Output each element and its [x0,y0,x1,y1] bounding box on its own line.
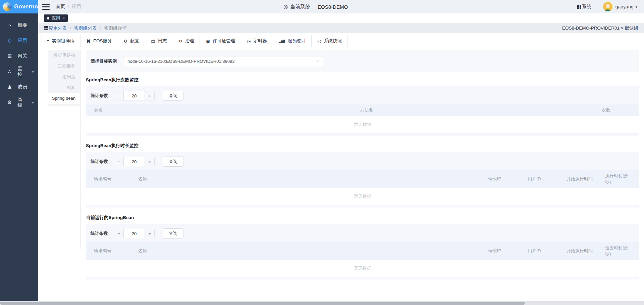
section-divider [140,146,639,146]
sidebar-item-applications[interactable]: ◇ 应用 [0,33,38,48]
count-label: 统计条数 [91,159,108,165]
column-header-request-id: 请求编号 [94,176,138,182]
count-input[interactable] [124,91,145,100]
query-button[interactable]: 查询 [163,228,183,238]
stepper-plus-button[interactable]: + [145,91,154,100]
tab-label: 系统快照 [324,38,342,44]
query-button[interactable]: 查询 [163,157,183,167]
person-icon: ♟ [7,84,13,90]
caret-down-icon: ▾ [635,5,637,9]
column-header-user-id: 用户ID [515,176,554,182]
instance-select-row: 选择目标实例 node-10-16-16-210:EOS8-DEMO-PROVI… [86,50,639,72]
tab-governance[interactable]: ↻ 治理 [173,35,200,47]
user-menu[interactable]: gaoyang ▾ [615,4,637,9]
top-bar: 首页 / 应用 ◎ 当前系统： EOS8-DEMO 系统 gaoyang ▾ [38,0,644,13]
active-dot-icon [47,17,49,19]
section-title-exec-count: SpringBean执行次数监控 [86,77,639,83]
close-icon[interactable]: × [62,16,65,20]
sidebar-item-advanced[interactable]: ⚙ 高级 ∨ [0,95,38,110]
column-header-start-time: 开始执行时间 [554,176,605,182]
monitor-nodes-icon: ∴ [7,69,12,75]
tab-label: 日志 [158,38,167,44]
tag-bar: 应用 × [38,13,644,23]
tab-logs[interactable]: ▤ 日志 [145,35,173,47]
sidebar-item-label: 应用 [18,38,27,44]
current-system[interactable]: ◎ 当前系统： EOS8-DEMO [283,4,348,10]
tag-chip-applications[interactable]: 应用 × [44,14,68,22]
breadcrumb-separator: / [100,26,101,31]
section-exec-count: 统计条数 − + 查询 类名 方法名 次数 暂无数据 [86,86,639,136]
breadcrumb-home[interactable]: 首页 [56,4,65,10]
tab-license-management[interactable]: ▣ 许可证管理 [200,35,241,47]
sidebar-item-members[interactable]: ♟ 成员 [0,79,38,95]
tab-nav: ≡ 实例组详情 ⌘ EOS服务 ⚙ 配置 ▤ 日志 ↻ 治理 ▣ 许可证管理 ◷… [41,35,641,47]
tab-nav-filler [348,35,641,47]
horizontal-scrollbar-track[interactable] [0,301,644,305]
logo-text: Governor [14,3,40,10]
section-divider [135,218,639,218]
gears-icon: ⚙ [7,99,12,105]
stepper-row: 统计条数 − + 查询 [86,86,639,104]
link-instance-group-list[interactable]: 实例组列表 [74,25,97,31]
query-button[interactable]: 查询 [163,91,183,101]
sidebar: Governor ◔ 概要 ◇ 应用 ⊞ 网关 ∴ 监控 ∨ ♟ 成员 ⚙ 高级… [0,0,38,305]
grid-icon [44,26,46,28]
column-header-request-ip: 请求IP [475,176,515,182]
stepper-row: 统计条数 − + 查询 [86,224,639,242]
sidebar-item-gateway[interactable]: ⊞ 网关 [0,48,38,64]
column-header-elapsed-ms: 逝去时长(毫秒) [605,245,631,257]
section-title-text: 当前运行的SpringBean [86,215,134,221]
chevron-down-icon: ∨ [32,101,34,104]
stepper-minus-button[interactable]: − [114,91,124,100]
sidebar-item-overview[interactable]: ◔ 概要 [0,17,38,33]
tab-service-statistics[interactable]: ▂▅▇ 服务统计 [273,35,312,47]
content-area: 数据库链接 EOS服务 逻辑流 SQL Spring bean 选择目标实例 n… [38,47,644,305]
main-area: 首页 / 应用 ◎ 当前系统： EOS8-DEMO 系统 gaoyang ▾ 应… [38,0,644,305]
submenu-item-sql[interactable]: SQL [48,82,80,93]
column-header-duration-ms: 执行时长(毫秒) [605,173,631,185]
count-input[interactable] [124,157,145,166]
submenu-item-eos-service[interactable]: EOS服务 [48,61,80,72]
stepper-plus-button[interactable]: + [145,157,154,166]
logo-swirl-icon [3,2,12,11]
tab-eos-service[interactable]: ⌘ EOS服务 [80,35,118,47]
tab-system-snapshot[interactable]: ◎ 系统快照 [312,35,348,47]
camera-icon: ◎ [317,39,321,44]
current-system-value: EOS8-DEMO [318,4,348,10]
tab-instance-group-detail[interactable]: ≡ 实例组详情 [41,35,80,47]
table-header: 请求编号 名称 请求IP 用户ID 开始执行时间 执行时长(毫秒) [86,170,639,188]
instance-group-context: EOS8-DEMO-PROVIDER01 > 默认组 [562,25,638,31]
submenu-item-db-links[interactable]: 数据库链接 [48,50,80,61]
submenu-item-spring-bean[interactable]: Spring bean [48,93,80,104]
submenu-item-logic-flow[interactable]: 逻辑流 [48,72,80,82]
gear-icon: ⚙ [124,39,128,44]
quantity-stepper: − + [114,91,155,100]
tab-timer[interactable]: ◷ 定时器 [241,35,273,47]
system-menu[interactable]: 系统 [577,4,591,10]
count-input[interactable] [124,229,145,238]
tab-label: 许可证管理 [213,38,235,44]
app-logo[interactable]: Governor [0,0,38,13]
instance-select[interactable]: node-10-16-16-210:EOS8-DEMO-PROVIDER01:3… [123,56,323,66]
stepper-minus-button[interactable]: − [114,157,124,166]
count-label: 统计条数 [91,93,108,99]
empty-state: 暂无数据 [86,116,639,133]
sidebar-item-monitoring[interactable]: ∴ 监控 ∨ [0,64,38,79]
hamburger-menu-icon[interactable] [42,4,50,10]
stepper-plus-button[interactable]: + [145,229,154,238]
quantity-stepper: − + [114,229,155,238]
topbar-right: 系统 gaoyang ▾ [577,2,637,11]
avatar[interactable] [603,2,612,11]
column-header-method-name: 方法名 [266,107,467,113]
grid-icon [577,5,579,7]
current-system-label: 当前系统： [290,4,315,10]
tab-label: 配置 [130,38,139,44]
sidebar-item-label: 网关 [18,53,27,59]
tab-label: EOS服务 [93,38,112,44]
link-app-list[interactable]: 应用列表 [49,25,67,31]
horizontal-scrollbar-thumb[interactable] [0,302,525,305]
gateway-icon: ⊞ [7,53,13,59]
service-icon: ⌘ [86,39,91,44]
tab-config[interactable]: ⚙ 配置 [118,35,146,47]
stepper-minus-button[interactable]: − [114,229,124,238]
